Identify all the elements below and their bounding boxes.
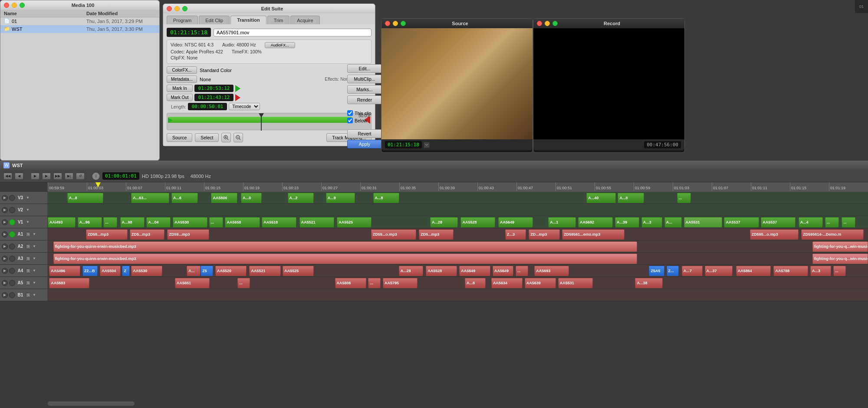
track-dot-V1[interactable] — [9, 219, 15, 225]
clip-V1-16[interactable]: A...39 — [615, 217, 639, 227]
clip-V1-17[interactable]: A...3 — [641, 217, 662, 227]
clip-A4-12[interactable]: AA5649 — [459, 266, 490, 276]
clip-A5-6[interactable]: A...8 — [465, 278, 486, 288]
clip-V3-0[interactable]: A...8 — [67, 193, 103, 203]
file-row-01[interactable]: 📄 01 Thu, Jan 5, 2017, 3:29 PM — [0, 17, 159, 25]
clip-A1-5[interactable]: Z...3 — [505, 229, 526, 240]
clip-A4-6[interactable]: Z5 — [201, 266, 213, 276]
clip-V1-6[interactable]: ... — [209, 217, 223, 227]
close-btn[interactable] — [4, 3, 9, 8]
clip-A4-16[interactable]: Z5A5 — [649, 266, 664, 276]
clip-V1-12[interactable]: AA5528 — [460, 217, 495, 227]
clip-A4-9[interactable]: AA5525 — [283, 266, 314, 276]
edit-close-btn[interactable] — [167, 6, 172, 11]
info-btn[interactable]: i — [92, 172, 100, 180]
clip-V1-3[interactable]: A...98 — [120, 217, 145, 227]
timecode-select[interactable]: Timecode — [229, 103, 260, 110]
record-close[interactable] — [537, 21, 542, 26]
clip-A4-13[interactable]: AA5649 — [493, 266, 513, 276]
clip-V3-7[interactable]: A...8 — [373, 193, 400, 203]
clip-V1-19[interactable]: AA5531 — [684, 217, 722, 227]
clip-A4-18[interactable]: A...7 — [682, 266, 703, 276]
clip-V3-2[interactable]: A...6 — [171, 193, 198, 203]
clip-V1-21[interactable]: AA5537 — [761, 217, 796, 227]
select-button[interactable]: Select — [195, 133, 219, 142]
track-tri-A3[interactable]: ▼ — [32, 257, 36, 261]
clip-V1-7[interactable]: AA5658 — [225, 217, 260, 227]
clip-V3-1[interactable]: A...63... — [131, 193, 169, 203]
clip-V1-23[interactable]: ... — [825, 217, 839, 227]
clip-V1-15[interactable]: AA5692 — [578, 217, 613, 227]
clip-A1-3[interactable]: ZD59...o.mp3 — [371, 229, 416, 240]
metadata-button[interactable]: Metadata... — [167, 76, 197, 83]
clip-V3-6[interactable]: A...9 — [326, 193, 355, 203]
clip-V1-20[interactable]: AA5537 — [724, 217, 759, 227]
render-button[interactable]: Render — [347, 95, 382, 104]
clip-A1-6[interactable]: ZD...mp3 — [529, 229, 560, 240]
track-dot-A5[interactable] — [9, 280, 15, 286]
audiofx-button[interactable]: AudioFX... — [265, 42, 295, 48]
track-play-B1[interactable]: ▶ — [2, 292, 8, 298]
track-play-A1[interactable]: ▶ — [2, 231, 8, 237]
clip-A4-15[interactable]: AA5693 — [534, 266, 569, 276]
edit-button[interactable]: Edit... — [347, 64, 382, 73]
clip-A4-7[interactable]: AA5520 — [215, 266, 247, 276]
track-dot-A4[interactable] — [9, 268, 15, 274]
below-checkbox[interactable]: Below — [347, 118, 382, 123]
track-s-A1[interactable]: S — [26, 232, 31, 237]
clip-A1-8[interactable]: ZD595...o.mp3 — [750, 229, 799, 240]
clip-V1-10[interactable]: AA5525 — [337, 217, 372, 227]
source-close[interactable] — [385, 21, 390, 26]
mark-out-button[interactable]: Mark Out — [167, 94, 193, 101]
track-tri-V3[interactable]: ▼ — [26, 196, 30, 200]
track-play-A3[interactable]: ▶ — [2, 256, 8, 262]
clip-A4-20[interactable]: AA5864 — [736, 266, 771, 276]
clip-V1-8[interactable]: AA5518 — [262, 217, 296, 227]
play-btn[interactable]: ▶ — [31, 173, 39, 180]
clip-A4-1[interactable]: Z2...B — [82, 266, 98, 276]
track-s-A2[interactable]: S — [26, 244, 31, 249]
clip-A5-2[interactable]: ... — [237, 278, 250, 288]
apply-button[interactable]: Apply — [347, 140, 382, 148]
track-tri-A1[interactable]: ▼ — [32, 232, 36, 237]
multiclip-button[interactable]: MultiClip... — [347, 75, 382, 83]
below-input[interactable] — [347, 118, 353, 123]
clip-V3-10[interactable]: ... — [677, 193, 691, 203]
clip-A4-8[interactable]: AA5521 — [249, 266, 280, 276]
clip-V1-9[interactable]: AA5521 — [299, 217, 334, 227]
track-play-V2[interactable]: ▶ — [2, 207, 8, 213]
filename-input[interactable] — [214, 29, 372, 36]
clip-A1-2[interactable]: ZD59...mp3 — [167, 229, 209, 240]
clip-A4-11[interactable]: AA5528 — [426, 266, 457, 276]
clip-V1-11[interactable]: A...28 — [430, 217, 458, 227]
zoom-out-btn[interactable] — [233, 133, 243, 142]
clip-V1-5[interactable]: AA5530 — [173, 217, 207, 227]
source-tc-stepper[interactable] — [424, 142, 430, 148]
file-row-wst[interactable]: 📁 WST Thu, Jan 5, 2017, 3:30 PM — [0, 25, 159, 33]
playhead-marker[interactable] — [95, 182, 101, 188]
fast-fwd-btn[interactable]: ▶▶ — [53, 173, 62, 180]
this-clip-input[interactable] — [347, 110, 353, 116]
clip-A4-5[interactable]: A... — [187, 266, 201, 276]
clip-V3-5[interactable]: A...2 — [288, 193, 314, 203]
clip-A5-8[interactable]: AA5639 — [525, 278, 556, 288]
clip-A1-0[interactable]: ZD59...mp3 — [86, 229, 128, 240]
step-fwd-btn[interactable]: ▶ — [42, 173, 51, 180]
track-s-A3[interactable]: S — [26, 256, 31, 261]
timeline-playhead[interactable] — [261, 113, 262, 131]
clip-V3-8[interactable]: A...40 — [586, 193, 615, 203]
track-play-A4[interactable]: ▶ — [2, 268, 8, 274]
track-s-A5[interactable]: S — [26, 280, 31, 286]
clip-A1-9[interactable]: ZD595614-...Demo.m — [801, 229, 864, 240]
clip-A2-0[interactable]: fighting-for-you-quinn-erwin-musicbed.mp… — [53, 241, 637, 252]
revert-button[interactable]: Revert — [347, 129, 382, 138]
clip-A4-0[interactable]: AA5496 — [49, 266, 80, 276]
clip-A4-22[interactable]: A...3 — [810, 266, 831, 276]
track-s-B1[interactable]: S — [26, 293, 31, 298]
clip-V1-18[interactable]: A... — [664, 217, 682, 227]
track-play-V1[interactable]: ▶ — [2, 219, 8, 225]
clip-A5-0[interactable]: AA5683 — [49, 278, 89, 288]
source-button[interactable]: Source — [167, 133, 192, 142]
h-scrollbar[interactable] — [48, 401, 135, 406]
mark-in-button[interactable]: Mark In — [167, 85, 193, 92]
